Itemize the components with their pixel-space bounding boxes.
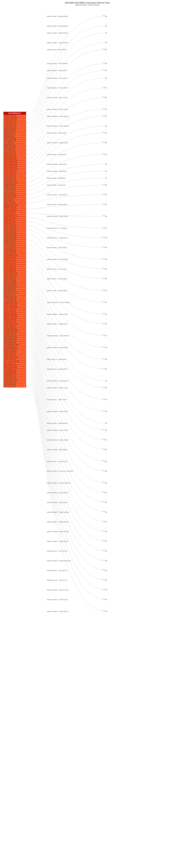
left-table-row: PRGRP [CHAR (18)]: [3, 302, 26, 304]
left-table-row: DISMM [CHAR (2)]: [3, 206, 26, 208]
left-table-row: MDACH [CHAR (4)]: [3, 283, 26, 285]
cardinality: 0..N: [103, 184, 105, 185]
left-table-row: AHDIS [CHAR (1)]: [3, 354, 26, 356]
link-label: MARCV-MAABC = TMABC-MAABC: [47, 512, 69, 513]
svg-marker-22: [106, 216, 107, 217]
left-table-row: ALTSR [CHAR (2)]: [3, 310, 26, 312]
left-table-row: CCFIX [CHAR (1)]: [3, 265, 26, 267]
left-table-row: SAUFT [CHAR (1)]: [3, 277, 26, 279]
link-label: MARCV-STAWN = T604-STAWN: [47, 449, 67, 451]
left-table-row: STDPD [CHAR (18)]: [3, 292, 26, 294]
link-label: MARCV-MTVER = TVFM-MTVER: [47, 599, 68, 600]
left-table-row: MATKL [CHAR (9)]: [3, 129, 26, 131]
cardinality: 0..N: [103, 598, 105, 599]
svg-marker-1: [106, 26, 107, 27]
svg-marker-3: [106, 42, 107, 43]
cardinality: 0..N: [103, 313, 105, 314]
link-label: MARCV-NFMAT = MARA-MATNR: [47, 16, 68, 17]
cardinality: 0..N: [103, 398, 105, 399]
left-table-row: STRGR [CHAR (2)]: [3, 300, 26, 302]
left-table-row: PROFIL [CHAR (1)]: [3, 338, 26, 340]
left-table-row: USEQU [CHAR (1)]: [3, 240, 26, 242]
left-table-row: RGEKZ [CHAR (1)]: [3, 194, 26, 196]
left-table-row: EKGRP [CHAR (3)]: [3, 137, 26, 140]
svg-marker-58: [106, 589, 107, 590]
left-table-row: BESKZ [CHAR (1)]: [3, 152, 26, 154]
left-table-row: SFCPF [CHAR (6)]: [3, 238, 26, 240]
link-label: MARCV-DISGR = T438M-MTART: [47, 323, 68, 325]
left-table-row: LOSFX [CURR (11)]: [3, 169, 26, 171]
svg-marker-32: [106, 323, 107, 324]
cardinality: 0..N: [103, 258, 105, 259]
svg-marker-2: [106, 32, 107, 33]
link-label: MARCV-BWTTY = T149C-BWTTY: [47, 237, 68, 239]
cardinality: 0..N: [103, 62, 105, 63]
cardinality: 0..N: [103, 87, 105, 88]
left-table-row: STLAN [CHAR (1)]: [3, 246, 26, 248]
left-table-row: MTART [CHAR (4)]: [3, 125, 26, 127]
left-table-row: CUOBJ [NUMC (18)]: [3, 323, 26, 325]
left-table-row: MBRSH [CHAR (1)]: [3, 127, 26, 129]
svg-marker-49: [106, 502, 107, 503]
left-table-row: LOSGR [QUAN (13)]: [3, 254, 26, 256]
link-label: MARCV-DISPR = MDIP-DISPR: [47, 49, 66, 51]
left-table-row: BEKL [CHAR (1)]: [3, 135, 26, 137]
svg-marker-0: [106, 16, 107, 17]
left-table-row: ALTSL [CHAR (1)]: [3, 175, 26, 177]
left-table-row: CUOBJ [NUMC (18)]: [3, 379, 26, 381]
cardinality: 0..N: [103, 96, 105, 97]
left-table-row: VINT1 [NUMC (3)]: [3, 287, 26, 289]
svg-marker-23: [106, 227, 107, 229]
cardinality: 0..N: [103, 346, 105, 347]
left-table-row: RESVP [DEC (3)]: [3, 294, 26, 296]
svg-marker-13: [106, 132, 107, 133]
left-table-row: APLAL [CHAR (2)]: [3, 252, 26, 254]
link-label: MARCV-BSTME = T006-MSEHI: [47, 163, 67, 165]
left-table-row: MTVFP [CHAR (2)]: [3, 229, 26, 231]
svg-marker-15: [106, 154, 107, 155]
left-table-row: MINLS [QUAN (13)]: [3, 365, 26, 367]
left-table-row: FXHOR [NUMC (3)]: [3, 271, 26, 273]
left-table-row: WZEIT [DEC (3)]: [3, 200, 26, 202]
link-label: MARCV-MRPPP = T439G-MRPPP: [47, 380, 68, 382]
link-label: MARCV-LAGPR = T439L-LAGPR: [47, 387, 68, 389]
link-label: MARCV-STRGR = T461P-STRGR: [47, 430, 68, 431]
left-table-row: MABST [QUAN (13)]: [3, 167, 26, 169]
left-table-row: PROFIL [NUMC (4)]: [3, 373, 26, 375]
link-label: MARCV-SFCPF = TCO43-CO_PRODPRF: [47, 470, 73, 472]
page-title: SAP ABAP table MARCV {Generated Table fo…: [2, 2, 171, 4]
left-table-row: MANDT [CLNT (3)]: [3, 115, 26, 117]
left-table-row: AWSLS [CHAR (6)]: [3, 319, 26, 321]
left-table-row: KZRSP [DEC (3)]: [3, 375, 26, 377]
left-table-row: FHORI [CHAR (3)]: [3, 187, 26, 190]
left-table-row: DISGR [CHAR (4)]: [3, 210, 26, 213]
link-label: MARCV-FRTME = T006-MSEHI: [47, 170, 67, 172]
svg-marker-59: [106, 599, 107, 600]
left-table-row: TRAME [QUAN (13)]: [3, 273, 26, 275]
left-table-row: QTYPF [QUAN (13)]: [3, 215, 26, 217]
left-table-row: WEBAZ [DEC (3)]: [3, 144, 26, 146]
link-label: MARCV-LZEIH = T006-MSEHI: [47, 178, 66, 179]
left-table-row: VRMOD [CHAR (1)]: [3, 285, 26, 287]
svg-marker-34: [106, 347, 107, 348]
svg-marker-41: [106, 423, 107, 424]
left-table-row: GLGMG [QUAN (13)]: [3, 329, 26, 331]
cardinality: 0..N: [103, 448, 105, 450]
link-label: MARCV-MEINS = T006-MSEHI: [47, 154, 66, 155]
cardinality: 0..N: [103, 15, 105, 16]
cardinality: 0..N: [103, 48, 105, 50]
left-table-row: BASMG [QUAN (13)]: [3, 204, 26, 206]
left-table-row: STLAN [CHAR (1)]: [3, 248, 26, 250]
left-table-row: FRTME [UNIT (3)]: [3, 258, 26, 260]
cardinality: 0..N: [103, 358, 105, 359]
svg-marker-26: [106, 259, 107, 260]
cardinality: 0..N: [103, 470, 105, 471]
left-table-row: DPLHO [DEC (3)]: [3, 385, 26, 388]
left-table-row: FIXLS [QUAN (13)]: [3, 369, 26, 371]
cardinality: 0..N: [103, 193, 105, 195]
svg-marker-51: [106, 521, 107, 522]
left-table-row: SCHGT [CHAR (1)]: [3, 262, 26, 265]
svg-marker-7: [106, 78, 107, 79]
link-label: MARCV-MANDT = T000-MANDT: [47, 70, 67, 71]
link-label: MARCV-RWPRO = T438R-RWPRO: [47, 335, 69, 337]
